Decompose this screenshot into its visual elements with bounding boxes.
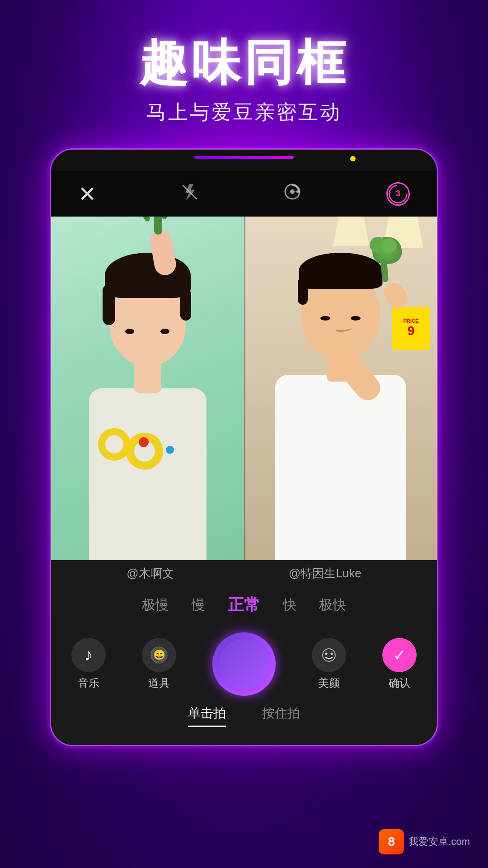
props-label: 道具: [148, 676, 170, 690]
main-title: 趣味同框: [139, 36, 349, 90]
capture-row: ♪ 音乐 😄 道具: [51, 632, 437, 696]
speed-normal[interactable]: 正常: [228, 594, 260, 616]
svg-text:3: 3: [396, 189, 400, 198]
speed-slow[interactable]: 慢: [192, 596, 205, 614]
watermark: 8 我爱安卓.com: [379, 829, 470, 854]
speed-very-fast[interactable]: 极快: [319, 596, 346, 614]
beauty-label: 美颜: [318, 676, 340, 690]
phone-mockup: ✕ 3: [50, 148, 438, 746]
props-button[interactable]: 😄 道具: [142, 638, 176, 690]
single-shot-button[interactable]: 单击拍: [188, 705, 226, 727]
sub-title: 马上与爱豆亲密互动: [146, 99, 342, 126]
watermark-text: 我爱安卓.com: [408, 835, 470, 849]
speed-controls: 极慢 慢 正常 快 极快: [51, 587, 437, 623]
photo-left: [51, 217, 244, 560]
shoot-mode: 单击拍 按住拍: [51, 705, 437, 727]
music-button[interactable]: ♪ 音乐: [71, 638, 106, 690]
watermark-logo: 8: [379, 829, 404, 854]
close-icon[interactable]: ✕: [78, 181, 96, 207]
speed-fast[interactable]: 快: [283, 596, 296, 614]
hold-shot-button[interactable]: 按住拍: [262, 705, 300, 727]
status-bar: [51, 150, 437, 171]
bottom-controls: ♪ 音乐 😄 道具: [51, 623, 437, 745]
timer-icon[interactable]: 3: [386, 182, 410, 206]
photo-labels: @木啊文 @特因生Luke: [51, 560, 437, 587]
svg-point-9: [331, 652, 333, 655]
photo-label-right: @特因生Luke: [289, 566, 361, 581]
svg-point-7: [323, 649, 335, 661]
photo-right: PRICE 9: [244, 217, 437, 560]
status-bar-line: [194, 156, 294, 159]
photo-divider: [244, 217, 245, 560]
svg-text:😄: 😄: [153, 649, 166, 661]
svg-point-8: [325, 652, 328, 655]
status-dot: [350, 156, 356, 161]
props-icon: 😄: [142, 638, 176, 672]
confirm-button[interactable]: ✓ 确认: [382, 638, 417, 690]
beauty-button[interactable]: 美颜: [312, 638, 346, 690]
music-label: 音乐: [78, 676, 99, 690]
capture-btn-inner: [219, 639, 269, 689]
music-icon: ♪: [71, 638, 106, 672]
beauty-icon: [312, 638, 346, 672]
photo-label-left: @木啊文: [127, 566, 174, 581]
camera-toolbar: ✕ 3: [51, 171, 437, 217]
speed-very-slow[interactable]: 极慢: [142, 596, 169, 614]
capture-button[interactable]: [212, 632, 276, 696]
photo-area: PRICE 9: [51, 217, 437, 560]
confirm-label: 确认: [389, 676, 410, 690]
flash-off-icon[interactable]: [180, 183, 198, 205]
confirm-icon: ✓: [382, 638, 417, 672]
flip-camera-icon[interactable]: [282, 182, 302, 206]
svg-point-2: [290, 189, 295, 194]
